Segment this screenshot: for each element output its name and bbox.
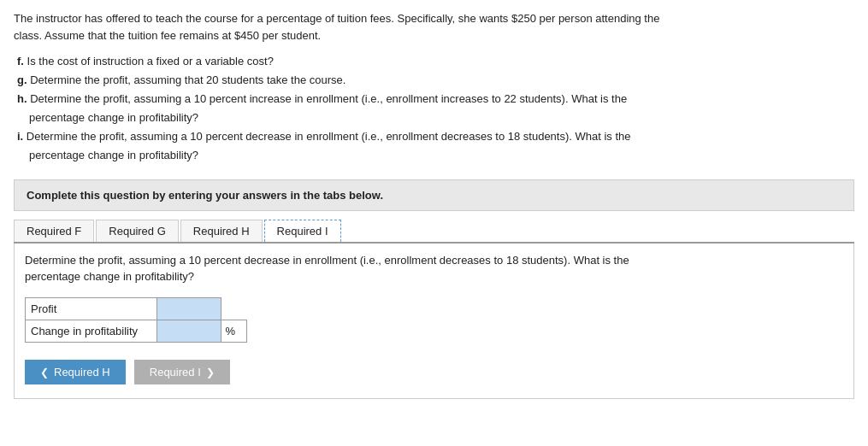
tab-content-area: Determine the profit, assuming a 10 perc… <box>14 244 854 399</box>
prev-button[interactable]: Required H <box>25 360 126 384</box>
change-input[interactable] <box>162 324 216 338</box>
tab-desc-line2: percentage change in profitability? <box>25 270 194 283</box>
page-wrapper: The instructor has offered to teach the … <box>0 0 868 409</box>
tab-required-g[interactable]: Required G <box>96 220 178 242</box>
table-row-profit: Profit <box>26 297 247 320</box>
next-button-label: Required I <box>150 366 201 379</box>
prev-arrow-icon <box>40 366 49 379</box>
intro-line2: class. Assume that the tuition fee remai… <box>14 29 321 42</box>
question-f: f. Is the cost of instruction a fixed or… <box>14 52 854 71</box>
next-button[interactable]: Required I <box>134 360 230 384</box>
q-f-label: f. Is the cost of instruction a fixed or… <box>17 55 274 67</box>
prev-button-label: Required H <box>54 366 110 379</box>
profit-table: Profit Change in profitability % <box>25 297 247 343</box>
tab-desc-line1: Determine the profit, assuming a 10 perc… <box>25 254 629 267</box>
complete-box-text: Complete this question by entering your … <box>27 189 383 202</box>
q-g-bold: g. <box>17 73 27 86</box>
table-row-change: Change in profitability % <box>26 320 247 342</box>
question-h-cont: percentage change in profitability? <box>14 109 854 127</box>
questions-list: f. Is the cost of instruction a fixed or… <box>14 52 854 166</box>
tab-required-i[interactable]: Required I <box>264 220 341 242</box>
change-label: Change in profitability <box>26 320 157 342</box>
question-i: i. Determine the profit, assuming a 10 p… <box>14 127 854 146</box>
change-input-cell[interactable] <box>157 320 221 342</box>
tabs-container: Required F Required G Required H Require… <box>14 220 854 244</box>
question-h: h. Determine the profit, assuming a 10 p… <box>14 90 854 109</box>
complete-box: Complete this question by entering your … <box>14 179 854 211</box>
question-g: g. Determine the profit, assuming that 2… <box>14 71 854 90</box>
profit-input[interactable] <box>162 302 216 316</box>
profit-input-cell[interactable] <box>157 297 221 320</box>
question-i-cont: percentage change in profitability? <box>14 146 854 165</box>
tab-required-h[interactable]: Required H <box>180 220 263 242</box>
tab-required-f[interactable]: Required F <box>14 220 94 242</box>
next-arrow-icon <box>206 366 215 379</box>
intro-line1: The instructor has offered to teach the … <box>14 12 659 25</box>
tab-description: Determine the profit, assuming a 10 perc… <box>25 252 843 285</box>
intro-text: The instructor has offered to teach the … <box>14 10 854 44</box>
buttons-row: Required H Required I <box>25 355 843 390</box>
percent-symbol: % <box>221 320 247 342</box>
q-h-bold: h. <box>17 92 27 105</box>
profit-label: Profit <box>26 297 157 320</box>
